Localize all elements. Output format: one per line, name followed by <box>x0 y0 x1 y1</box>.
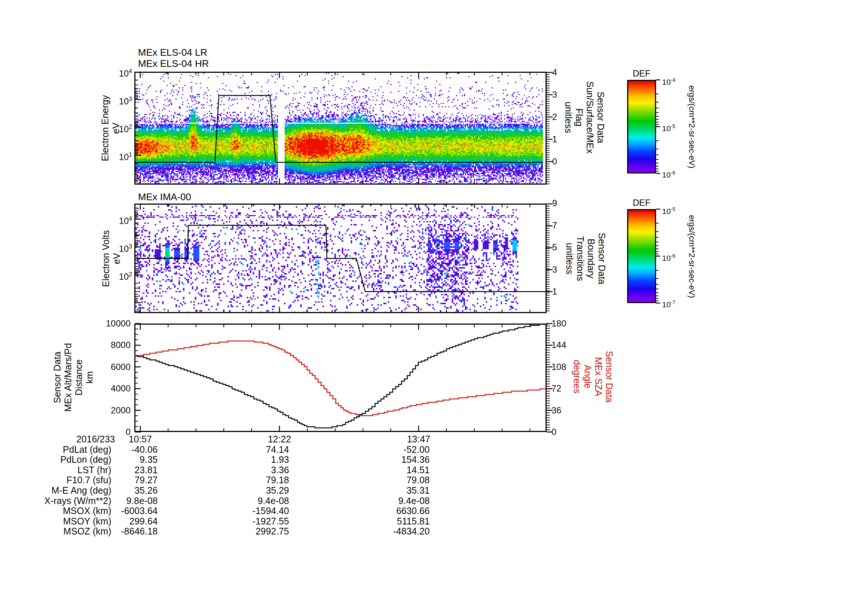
x-axis-time-label: 12:22 <box>239 434 320 444</box>
els-flag-tick-label: 4 <box>552 67 557 78</box>
table-cell-value: 35.26 <box>76 485 158 496</box>
ima-boundary-tick-label: 1 <box>552 286 557 297</box>
distance-tick-label: 10000 <box>49 318 131 329</box>
table-cell-value: 2992.75 <box>208 526 289 536</box>
table-cell-value: -8646.18 <box>76 526 158 536</box>
table-cell-value: 154.36 <box>348 455 430 465</box>
sza-tick-label: 72 <box>552 383 561 394</box>
ima-colorbar-unit: ergs/(cm**2-sr-sec-eV) <box>687 164 697 350</box>
label-line: degrees <box>572 284 582 469</box>
table-cell-value: 5115.81 <box>348 516 430 526</box>
table-cell-value: 299.64 <box>76 516 158 526</box>
table-cell-value: 74.14 <box>208 445 289 455</box>
timeseries-panel <box>134 323 547 432</box>
sza-tick-label: 144 <box>552 340 566 350</box>
table-cell-value: -52.00 <box>348 445 430 455</box>
label-line: Angle <box>582 284 593 469</box>
ima-colorbar-tick-label: 10-7 <box>662 298 676 309</box>
table-cell-value: 9.35 <box>76 455 158 465</box>
label-line: Sensor Data <box>604 284 615 469</box>
mex-orbit-plot-page: MEx ELS-04 LR MEx ELS-04 HR MEx IMA-00 E… <box>0 0 868 614</box>
els-spectrogram-panel <box>134 72 547 185</box>
x-axis-time-label: 10:57 <box>99 434 181 444</box>
table-cell-value: -4834.20 <box>348 526 430 536</box>
table-cell-value: 9.4e-08 <box>348 496 430 506</box>
els-colorbar-title: DEF <box>623 68 660 79</box>
ima-boundary-tick-label: 3 <box>552 264 557 275</box>
els-ytick-label: 102 <box>50 122 132 134</box>
ima-boundary-tick-label: 7 <box>552 220 557 231</box>
sza-tick-label: 36 <box>552 405 561 416</box>
table-cell-value: 9.4e-08 <box>208 496 289 506</box>
els-flag-tick-label: 1 <box>552 134 557 145</box>
table-cell-value: 23.81 <box>76 465 158 475</box>
els-colorbar-tick-label: 10-4 <box>662 75 676 87</box>
table-cell-value: 14.51 <box>348 465 430 475</box>
table-cell-value: 1.93 <box>208 455 289 465</box>
ima-colorbar-title: DEF <box>623 197 660 208</box>
x-axis-time-label: 13:47 <box>378 434 459 444</box>
ima-colorbar-tick-label: 10-6 <box>662 252 676 263</box>
table-cell-value: 79.08 <box>348 475 430 485</box>
els-colorbar <box>627 80 656 174</box>
els-title-lr: MEx ELS-04 LR <box>138 47 207 58</box>
sza-axis-label: Sensor Data MEx SZA Angle degrees <box>572 284 615 469</box>
els-ytick-label: 104 <box>50 66 132 79</box>
els-colorbar-tick-label: 10-6 <box>662 168 676 179</box>
table-cell-value: 3.36 <box>208 465 289 475</box>
distance-tick-label: 8000 <box>49 340 131 350</box>
ima-spectrogram <box>135 205 546 312</box>
els-colorbar-tick-label: 10-5 <box>662 122 676 133</box>
els-spectrogram <box>135 73 546 183</box>
label-line: MEx SZA <box>593 284 604 469</box>
ima-boundary-tick-label: 5 <box>552 242 557 253</box>
sza-tick-label: 0 <box>552 427 556 437</box>
table-cell-value: -40.06 <box>76 445 158 455</box>
table-cell-value: 6630.66 <box>348 506 430 516</box>
distance-tick-label: 4000 <box>49 383 131 394</box>
els-ytick-label: 101 <box>50 150 132 162</box>
ima-colorbar-tick-label: 10-5 <box>662 205 676 216</box>
els-flag-tick-label: 0 <box>552 156 557 167</box>
table-cell-value: -1594.40 <box>208 506 289 516</box>
ima-spectrogram-panel <box>134 204 547 313</box>
els-flag-tick-label: 3 <box>552 90 557 100</box>
sza-tick-label: 108 <box>552 362 566 372</box>
ima-ytick-label: 102 <box>50 269 132 282</box>
table-cell-value: 35.31 <box>348 485 430 496</box>
sza-tick-label: 180 <box>552 318 566 329</box>
distance-tick-label: 2000 <box>49 405 131 416</box>
table-cell-value: 35.29 <box>208 485 289 496</box>
table-cell-value: -1927.55 <box>208 516 289 526</box>
els-flag-tick-label: 2 <box>552 112 557 122</box>
els-title-hr: MEx ELS-04 HR <box>138 58 209 70</box>
table-cell-value: 9.8e-08 <box>76 496 158 506</box>
ima-colorbar <box>627 209 656 303</box>
ima-ytick-label: 103 <box>50 241 132 254</box>
ima-boundary-tick-label: 9 <box>552 198 557 208</box>
table-cell-value: -6003.64 <box>76 506 158 516</box>
table-cell-value: 79.27 <box>76 475 158 485</box>
distance-tick-label: 6000 <box>49 362 131 372</box>
els-ytick-label: 103 <box>50 94 132 107</box>
table-cell-value: 79.18 <box>208 475 289 485</box>
ima-title: MEx IMA-00 <box>138 191 191 203</box>
ima-ytick-label: 104 <box>50 214 132 226</box>
